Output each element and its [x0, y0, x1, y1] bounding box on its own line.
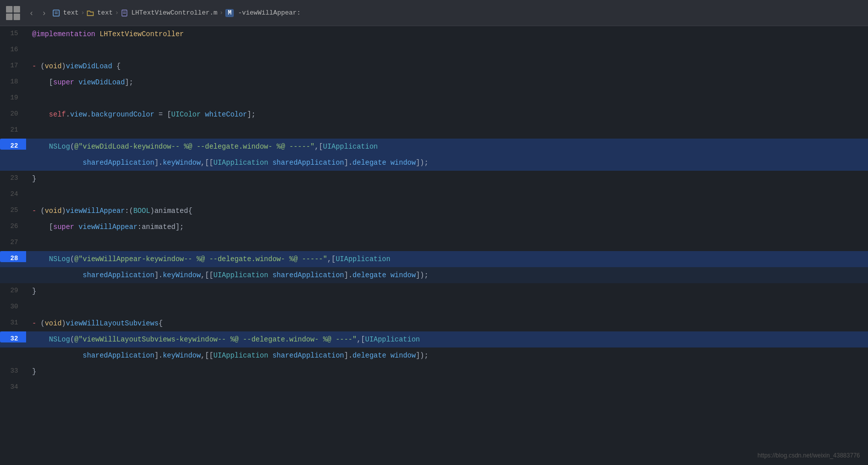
line-num-25: 25: [0, 203, 26, 214]
forward-button[interactable]: ›: [40, 7, 48, 20]
titlebar: ‹ › text › text › LHTextViewController.m…: [0, 0, 868, 26]
line-num-22: 22: [0, 139, 26, 150]
code-line-17: 17 - (void)viewDidLoad {: [0, 58, 868, 74]
line-num-32: 32: [0, 331, 26, 342]
sep2: ›: [115, 9, 119, 17]
line-content-23: }: [26, 171, 868, 187]
code-line-18: 18 [super viewDidLoad];: [0, 74, 868, 90]
breadcrumb-text1[interactable]: text: [53, 9, 79, 17]
code-line-24: 24: [0, 187, 868, 203]
code-line-26: 26 [super viewWillAppear:animated];: [0, 219, 868, 235]
code-editor: 15 @implementation LHTextViewController …: [0, 26, 868, 465]
sep1: ›: [81, 9, 85, 17]
line-content-31: - (void)viewWillLayoutSubviews{: [26, 315, 868, 331]
breadcrumb-file[interactable]: LHTextViewController.m: [121, 9, 218, 17]
watermark: https://blog.csdn.net/weixin_43883776: [758, 452, 860, 459]
line-content-28-cont: sharedApplication].keyWindow,[[UIApplica…: [26, 267, 868, 283]
breadcrumb-folder1[interactable]: text: [87, 9, 113, 17]
code-line-22: 22 NSLog(@"viewDidLoad-keywindow-- %@ --…: [0, 139, 868, 155]
code-line-29: 29 }: [0, 283, 868, 299]
line-num-24: 24: [0, 187, 26, 198]
code-line-20: 20 self.view.backgroundColor = [UIColor …: [0, 106, 868, 123]
line-num-21: 21: [0, 123, 26, 134]
code-line-34: 34: [0, 380, 868, 396]
line-num-27: 27: [0, 235, 26, 246]
line-content-33: }: [26, 364, 868, 380]
code-line-33: 33 }: [0, 364, 868, 380]
line-content-22: NSLog(@"viewDidLoad-keywindow-- %@ --del…: [26, 139, 868, 155]
method-badge: M: [225, 9, 234, 17]
breadcrumb-method[interactable]: -viewWillAppear:: [238, 9, 301, 17]
line-num-20: 20: [0, 106, 26, 118]
line-num-29: 29: [0, 283, 26, 294]
line-content-21: [26, 123, 868, 130]
back-button[interactable]: ‹: [27, 7, 36, 20]
code-line-21: 21: [0, 123, 868, 139]
line-num-19: 19: [0, 90, 26, 101]
code-line-19: 19: [0, 90, 868, 106]
code-line-25: 25 - (void)viewWillAppear:(BOOL)animated…: [0, 203, 868, 219]
line-num-26: 26: [0, 219, 26, 230]
grid-icon[interactable]: [6, 6, 20, 20]
line-num-23: 23: [0, 171, 26, 182]
line-num-28-cont: [0, 267, 26, 271]
sep3: ›: [219, 9, 223, 17]
line-num-31: 31: [0, 315, 26, 326]
line-content-29: }: [26, 283, 868, 299]
line-num-32-cont: [0, 347, 26, 351]
line-num-15: 15: [0, 26, 26, 37]
line-content-27: [26, 235, 868, 242]
code-line-16: 16: [0, 42, 868, 58]
line-content-24: [26, 187, 868, 194]
code-line-28: 28 NSLog(@"viewWillAppear-keywindow-- %@…: [0, 251, 868, 267]
code-line-15: 15 @implementation LHTextViewController: [0, 26, 868, 42]
code-line-22-cont: sharedApplication].keyWindow,[[UIApplica…: [0, 155, 868, 171]
line-content-17: - (void)viewDidLoad {: [26, 58, 868, 74]
code-line-32: 32 NSLog(@"viewWillLayoutSubviews-keywin…: [0, 331, 868, 347]
line-content-25: - (void)viewWillAppear:(BOOL)animated{: [26, 203, 868, 219]
line-num-30: 30: [0, 299, 26, 310]
line-content-32-cont: sharedApplication].keyWindow,[[UIApplica…: [26, 347, 868, 364]
line-content-19: [26, 90, 868, 97]
line-num-22-cont: [0, 155, 26, 158]
line-content-16: [26, 42, 868, 49]
line-content-26: [super viewWillAppear:animated];: [26, 219, 868, 235]
svg-rect-0: [53, 10, 59, 16]
line-content-28: NSLog(@"viewWillAppear-keywindow-- %@ --…: [26, 251, 868, 267]
line-content-32: NSLog(@"viewWillLayoutSubviews-keywindow…: [26, 331, 868, 347]
line-content-30: [26, 299, 868, 306]
code-line-30: 30: [0, 299, 868, 315]
line-num-18: 18: [0, 74, 26, 85]
line-num-17: 17: [0, 58, 26, 69]
line-content-18: [super viewDidLoad];: [26, 74, 868, 90]
code-line-23: 23 }: [0, 171, 868, 187]
code-line-27: 27: [0, 235, 868, 251]
code-line-28-cont: sharedApplication].keyWindow,[[UIApplica…: [0, 267, 868, 283]
line-content-15: @implementation LHTextViewController: [26, 26, 868, 42]
line-num-16: 16: [0, 42, 26, 53]
code-line-32-cont: sharedApplication].keyWindow,[[UIApplica…: [0, 347, 868, 364]
line-num-34: 34: [0, 380, 26, 391]
code-line-31: 31 - (void)viewWillLayoutSubviews{: [0, 315, 868, 331]
line-num-33: 33: [0, 364, 26, 375]
line-content-22-cont: sharedApplication].keyWindow,[[UIApplica…: [26, 155, 868, 171]
line-num-28: 28: [0, 251, 26, 262]
breadcrumb: text › text › LHTextViewController.m › M…: [53, 9, 301, 17]
line-content-20: self.view.backgroundColor = [UIColor whi…: [26, 106, 868, 123]
line-content-34: [26, 380, 868, 387]
